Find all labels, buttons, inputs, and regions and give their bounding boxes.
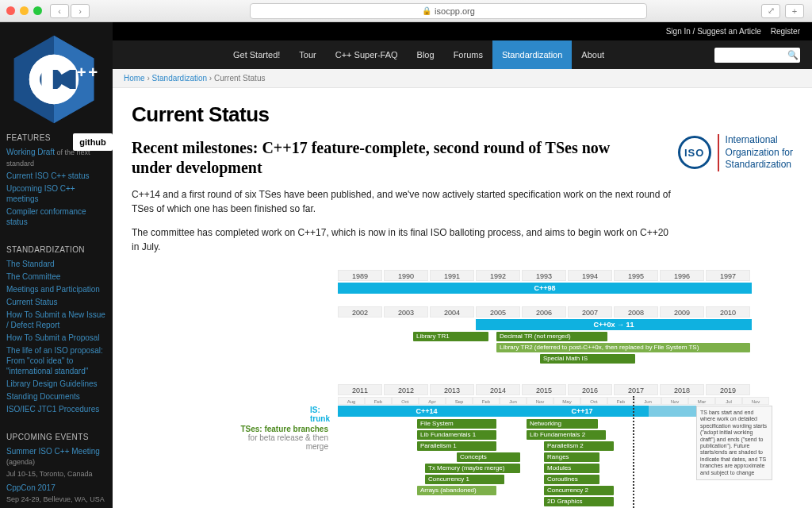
ts-bar: Concurrency 2 [544,486,614,495]
year-cell: 2002 [338,306,382,318]
sidebar-section-events: UPCOMING EVENTS [6,433,106,441]
search-box[interactable]: 🔍 [714,48,800,63]
sidebar-event-0[interactable]: Summer ISO C++ Meeting (agenda) [6,446,106,468]
ts-label-a: TSes: feature branches [240,425,328,433]
row2-bar: C++0x → 11 [476,319,752,330]
nav-item-2[interactable]: C++ Super-FAQ [326,40,408,69]
ts-bar: Coroutines [544,475,599,484]
sidebar-event-1[interactable]: CppCon 2017 [6,483,106,493]
sidebar-link-std-1[interactable]: The Committee [6,271,106,282]
month-cell: May [553,397,580,405]
url-bar[interactable]: 🔒 isocpp.org [250,3,647,19]
ts-bar: Lib Fundamentals 1 [417,430,496,440]
trunk-label: IS: trunk [310,406,330,423]
signin-link[interactable]: Sign In / Suggest an Article [666,27,761,36]
month-cell: Nov [742,397,769,405]
utility-bar: Sign In / Suggest an Article Register [113,22,812,40]
sidebar-link-std-9[interactable]: ISO/IEC JTC1 Procedures [6,404,106,414]
sidebar-link-std-7[interactable]: Library Design Guidelines [6,379,106,389]
sidebar-event-1-sub: Sep 24-29, Bellevue, WA, USA [6,495,106,503]
nav-item-1[interactable]: Tour [289,40,325,69]
month-cell: Sep [446,397,473,405]
sidebar-section-standardization: STANDARDIZATION [6,245,106,254]
breadcrumb-home[interactable]: Home [124,74,145,83]
lock-icon: 🔒 [422,6,431,15]
sidebar-link-std-8[interactable]: Standing Documents [6,391,106,402]
forward-button[interactable]: › [71,4,90,18]
back-button[interactable]: ‹ [50,4,69,18]
nav-item-4[interactable]: Forums [444,40,492,69]
year-cell: 2006 [522,306,566,318]
iso-line1: International [726,134,793,147]
github-badge[interactable]: github [73,133,113,151]
year-cell: 1996 [660,270,704,281]
page-title: Current Status [132,102,793,127]
month-cell: Nov [661,397,688,405]
ts-bar: Networking [527,419,598,429]
sidebar-link-feat-1[interactable]: Upcoming ISO C++ meetings [6,183,106,204]
ts-bar: Library TR1 [413,332,488,341]
sidebar-link-feat-2[interactable]: Compiler conformance status [6,206,106,227]
add-tab-button[interactable]: + [785,4,804,18]
month-cell: Feb [473,397,500,405]
year-cell: 2011 [338,384,382,395]
url-host: isocpp.org [435,6,475,16]
window-controls [6,6,42,15]
iso-line2: Organization for [726,147,793,160]
year-cell: 1992 [476,270,520,281]
close-window-icon[interactable] [6,6,15,15]
month-cell: Feb [365,397,392,405]
ts-bar: Library TR2 (deferred to post-C++0x, the… [496,343,750,352]
minimize-window-icon[interactable] [20,6,29,15]
sidebar-link-std-6[interactable]: The life of an ISO proposal: From "cool … [6,345,106,376]
month-cell: Jun [634,397,661,405]
ts-bar: 2D Graphics [544,497,614,506]
year-cell: 1993 [522,270,566,281]
sidebar-link-feat-0[interactable]: Current ISO C++ status [6,171,106,181]
nav-item-6[interactable]: About [572,40,614,69]
subheading: Recent milestones: C++17 feature-complet… [132,138,639,178]
ts-label-b: for beta release & then merge [248,433,328,451]
zoom-window-icon[interactable] [33,6,42,15]
sidebar-link-std-4[interactable]: How To Submit a New Issue / Defect Repor… [6,310,106,330]
svg-text:+: + [77,64,86,81]
search-input[interactable] [718,51,787,60]
year-cell: 2013 [430,384,474,395]
row1-bar: C++98 [338,283,752,294]
search-icon[interactable]: 🔍 [787,50,799,60]
breadcrumb: Home › Standardization › Current Status [113,69,812,88]
month-cell: Aug [338,397,365,405]
sidebar-link-std-0[interactable]: The Standard [6,259,106,269]
year-cell: 2014 [476,384,520,395]
breadcrumb-l1[interactable]: Standardization [152,74,208,83]
svg-text:+: + [88,64,98,81]
year-cell: 1997 [706,270,750,281]
year-cell: 2010 [706,306,750,318]
month-cell: Jun [500,397,527,405]
ts-bar: Tx Memory (maybe merge) [425,464,520,473]
iso-globe-icon: ISO [678,136,711,169]
sidebar-link-std-2[interactable]: Meetings and Participation [6,284,106,294]
ts-bar: Ranges [544,452,599,462]
year-cell: 1994 [568,270,612,281]
year-cell: 2009 [660,306,704,318]
year-cell: 1991 [430,270,474,281]
ts-bar: Modules [544,464,599,473]
register-link[interactable]: Register [771,27,800,36]
year-cell: 1995 [614,270,658,281]
nav-item-0[interactable]: Get Started! [224,40,289,69]
trunk-segment: C++17 [515,406,649,417]
year-cell: 2008 [614,306,658,318]
year-cell: 1989 [338,270,382,281]
sidebar-link-std-5[interactable]: How To Submit a Proposal [6,333,106,343]
year-cell: 2018 [660,384,704,395]
sidebar-link-std-3[interactable]: Current Status [6,297,106,307]
iso-badge: ISO International Organization for Stand… [678,134,793,171]
nav-item-3[interactable]: Blog [408,40,444,69]
fullscreen-button[interactable]: ⤢ [761,4,780,18]
month-cell: Feb [607,397,634,405]
para-2: The committee has completed work on C++1… [132,225,671,254]
sidebar-event-0-sub: Jul 10-15, Toronto, Canada [6,470,106,478]
nav-item-5[interactable]: Standardization [492,40,572,69]
year-cell: 2005 [476,306,520,318]
